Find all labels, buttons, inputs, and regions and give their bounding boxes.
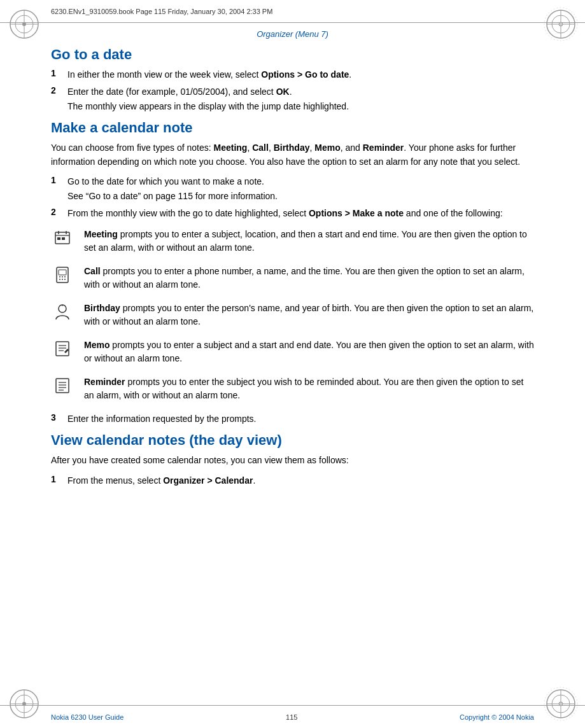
meeting-description: Meeting prompts you to enter a subject, …	[84, 228, 534, 255]
corner-decoration-br	[542, 685, 580, 723]
corner-decoration-tl	[5, 5, 43, 43]
call-description: Call prompts you to enter a phone number…	[84, 265, 534, 291]
step-content: From the menus, select Organizer > Calen…	[67, 474, 534, 487]
view-notes-heading: View calendar notes (the day view)	[51, 432, 534, 449]
icon-item-reminder: Reminder prompts you to enter the subjec…	[51, 375, 534, 402]
step-number: 1	[51, 474, 62, 487]
header-text: 6230.ENv1_9310059.book Page 115 Friday, …	[51, 8, 272, 15]
call-icon	[51, 265, 74, 284]
svg-point-31	[62, 276, 63, 277]
corner-decoration-tr	[542, 5, 580, 43]
make-note-step2: 2 From the monthly view with the go to d…	[51, 207, 534, 220]
meeting-icon	[51, 228, 74, 247]
svg-point-30	[59, 276, 60, 277]
footer-left: Nokia 6230 User Guide	[51, 713, 123, 721]
step-content: Enter the date (for example, 01/05/2004)…	[67, 85, 534, 113]
step-number: 2	[51, 85, 62, 113]
make-note-step3: 3 Enter the information requested by the…	[51, 412, 534, 426]
step-subline: See “Go to a date” on page 115 for more …	[67, 190, 534, 203]
goto-date-step2: 2 Enter the date (for example, 01/05/200…	[51, 85, 534, 113]
make-note-intro: You can choose from five types of notes:…	[51, 141, 534, 169]
svg-point-35	[64, 279, 66, 280]
svg-point-33	[59, 279, 60, 280]
view-notes-step1: 1 From the menus, select Organizer > Cal…	[51, 474, 534, 487]
make-note-heading: Make a calendar note	[51, 120, 534, 136]
step-number: 3	[51, 412, 62, 426]
svg-point-32	[64, 276, 66, 277]
step-number: 2	[51, 207, 62, 220]
svg-rect-42	[56, 379, 69, 393]
svg-point-4	[22, 22, 26, 26]
footer-center: 115	[286, 713, 297, 721]
svg-rect-25	[62, 237, 65, 240]
svg-point-15	[22, 702, 26, 706]
icon-list: Meeting prompts you to enter a subject, …	[51, 228, 534, 402]
header-bar: 6230.ENv1_9310059.book Page 115 Friday, …	[0, 0, 585, 23]
svg-point-34	[62, 279, 63, 280]
icon-item-call: Call prompts you to enter a phone number…	[51, 265, 534, 291]
step-content: From the monthly view with the go to dat…	[67, 207, 534, 220]
step-number: 1	[51, 175, 62, 203]
svg-rect-29	[59, 270, 66, 275]
main-content: Organizer (Menu 7) Go to a date 1 In eit…	[51, 23, 534, 705]
section-title: Organizer (Menu 7)	[51, 29, 534, 39]
birthday-icon	[51, 302, 74, 321]
goto-date-heading: Go to a date	[51, 46, 534, 63]
birthday-description: Birthday prompts you to enter the person…	[84, 302, 534, 328]
footer-right: Copyright © 2004 Nokia	[460, 713, 534, 721]
make-note-step1: 1 Go to the date for which you want to m…	[51, 175, 534, 203]
step-content: Go to the date for which you want to mak…	[67, 175, 534, 203]
step-content: In either the month view or the week vie…	[67, 68, 534, 81]
icon-item-birthday: Birthday prompts you to enter the person…	[51, 302, 534, 328]
view-notes-intro: After you have created some calendar not…	[51, 454, 534, 468]
step-number: 1	[51, 68, 62, 81]
footer-bar: Nokia 6230 User Guide 115 Copyright © 20…	[0, 705, 585, 728]
svg-rect-38	[56, 342, 69, 356]
reminder-icon	[51, 375, 74, 395]
corner-decoration-bl	[5, 685, 43, 723]
icon-item-meeting: Meeting prompts you to enter a subject, …	[51, 228, 534, 255]
memo-icon	[51, 339, 74, 358]
svg-point-20	[559, 702, 563, 706]
memo-description: Memo prompts you to enter a subject and …	[84, 339, 534, 365]
step-content: Enter the information requested by the p…	[67, 412, 534, 426]
svg-point-9	[559, 22, 563, 26]
icon-item-memo: Memo prompts you to enter a subject and …	[51, 339, 534, 365]
goto-date-step1: 1 In either the month view or the week v…	[51, 68, 534, 81]
step-subline: The monthly view appears in the display …	[67, 100, 534, 113]
reminder-description: Reminder prompts you to enter the subjec…	[84, 375, 534, 402]
svg-rect-24	[57, 237, 60, 240]
